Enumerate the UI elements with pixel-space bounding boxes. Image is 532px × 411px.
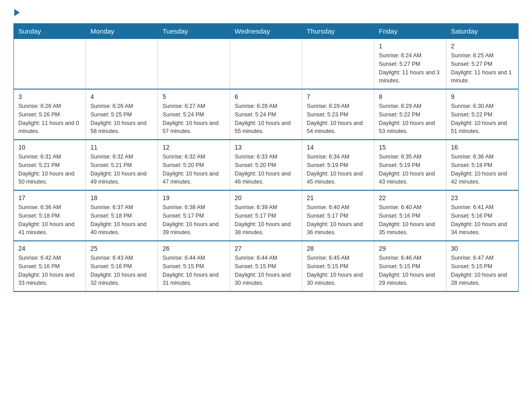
day-info: Sunrise: 6:41 AMSunset: 5:16 PMDaylight:… [451,203,514,237]
calendar-cell [158,39,230,90]
calendar-cell: 22Sunrise: 6:40 AMSunset: 5:16 PMDayligh… [374,190,446,241]
calendar-cell: 16Sunrise: 6:36 AMSunset: 5:18 PMDayligh… [446,140,519,190]
day-info: Sunrise: 6:39 AMSunset: 5:17 PMDaylight:… [235,203,297,237]
calendar-cell: 15Sunrise: 6:35 AMSunset: 5:19 PMDayligh… [374,140,446,190]
day-info: Sunrise: 6:38 AMSunset: 5:17 PMDaylight:… [163,203,225,237]
calendar-cell: 18Sunrise: 6:37 AMSunset: 5:18 PMDayligh… [86,190,158,241]
page-header [13,9,519,14]
day-info: Sunrise: 6:43 AMSunset: 5:16 PMDaylight:… [90,254,153,287]
day-info: Sunrise: 6:27 AMSunset: 5:24 PMDaylight:… [163,102,225,136]
day-number: 2 [451,43,514,50]
header-tuesday: Tuesday [158,24,230,39]
header-monday: Monday [86,24,158,39]
calendar-week-row: 10Sunrise: 6:31 AMSunset: 5:21 PMDayligh… [14,140,519,190]
day-number: 25 [90,245,153,252]
day-info: Sunrise: 6:32 AMSunset: 5:20 PMDaylight:… [163,153,225,186]
logo [13,9,21,14]
day-number: 14 [307,144,369,151]
header-thursday: Thursday [302,24,374,39]
day-number: 9 [451,93,514,100]
calendar-cell: 6Sunrise: 6:28 AMSunset: 5:24 PMDaylight… [230,89,302,140]
day-number: 26 [163,245,225,252]
day-info: Sunrise: 6:36 AMSunset: 5:18 PMDaylight:… [451,153,514,186]
day-number: 27 [235,245,297,252]
calendar-cell [230,39,302,90]
day-info: Sunrise: 6:33 AMSunset: 5:20 PMDaylight:… [235,153,297,186]
day-number: 29 [379,245,442,252]
day-info: Sunrise: 6:40 AMSunset: 5:17 PMDaylight:… [307,203,369,237]
day-number: 22 [379,194,442,201]
calendar-cell: 20Sunrise: 6:39 AMSunset: 5:17 PMDayligh… [230,190,302,241]
calendar-cell: 2Sunrise: 6:25 AMSunset: 5:27 PMDaylight… [446,39,519,90]
calendar-cell: 27Sunrise: 6:44 AMSunset: 5:15 PMDayligh… [230,241,302,291]
day-number: 21 [307,194,369,201]
calendar-week-row: 24Sunrise: 6:42 AMSunset: 5:16 PMDayligh… [14,241,519,291]
day-number: 11 [90,144,153,151]
calendar-cell: 26Sunrise: 6:44 AMSunset: 5:15 PMDayligh… [158,241,230,291]
calendar-cell: 3Sunrise: 6:26 AMSunset: 5:26 PMDaylight… [14,89,86,140]
day-info: Sunrise: 6:35 AMSunset: 5:19 PMDaylight:… [379,153,442,186]
calendar-cell: 13Sunrise: 6:33 AMSunset: 5:20 PMDayligh… [230,140,302,190]
calendar-cell [86,39,158,90]
calendar-cell: 23Sunrise: 6:41 AMSunset: 5:16 PMDayligh… [446,190,519,241]
header-saturday: Saturday [446,24,519,39]
day-number: 16 [451,144,514,151]
day-number: 10 [18,144,81,151]
day-info: Sunrise: 6:37 AMSunset: 5:18 PMDaylight:… [90,203,153,237]
calendar-header-row: SundayMondayTuesdayWednesdayThursdayFrid… [14,24,519,39]
day-info: Sunrise: 6:40 AMSunset: 5:16 PMDaylight:… [379,203,442,237]
day-info: Sunrise: 6:34 AMSunset: 5:19 PMDaylight:… [307,153,369,186]
day-number: 1 [379,43,442,50]
day-info: Sunrise: 6:29 AMSunset: 5:22 PMDaylight:… [379,102,442,136]
day-number: 7 [307,93,369,100]
day-number: 12 [163,144,225,151]
calendar-cell: 1Sunrise: 6:24 AMSunset: 5:27 PMDaylight… [374,39,446,90]
day-info: Sunrise: 6:46 AMSunset: 5:15 PMDaylight:… [379,254,442,287]
calendar-cell: 9Sunrise: 6:30 AMSunset: 5:22 PMDaylight… [446,89,519,140]
day-info: Sunrise: 6:30 AMSunset: 5:22 PMDaylight:… [451,102,514,136]
header-friday: Friday [374,24,446,39]
calendar-cell [14,39,86,90]
calendar-week-row: 3Sunrise: 6:26 AMSunset: 5:26 PMDaylight… [14,89,519,140]
day-number: 19 [163,194,225,201]
day-info: Sunrise: 6:26 AMSunset: 5:25 PMDaylight:… [90,102,153,136]
day-info: Sunrise: 6:36 AMSunset: 5:18 PMDaylight:… [18,203,81,237]
day-info: Sunrise: 6:44 AMSunset: 5:15 PMDaylight:… [235,254,297,287]
calendar-cell: 4Sunrise: 6:26 AMSunset: 5:25 PMDaylight… [86,89,158,140]
day-info: Sunrise: 6:44 AMSunset: 5:15 PMDaylight:… [163,254,225,287]
calendar-cell: 8Sunrise: 6:29 AMSunset: 5:22 PMDaylight… [374,89,446,140]
calendar-week-row: 1Sunrise: 6:24 AMSunset: 5:27 PMDaylight… [14,39,519,90]
day-number: 8 [379,93,442,100]
calendar-cell: 19Sunrise: 6:38 AMSunset: 5:17 PMDayligh… [158,190,230,241]
day-info: Sunrise: 6:25 AMSunset: 5:27 PMDaylight:… [451,51,514,85]
logo-arrow-icon [14,9,20,16]
day-info: Sunrise: 6:45 AMSunset: 5:15 PMDaylight:… [307,254,369,287]
day-info: Sunrise: 6:42 AMSunset: 5:16 PMDaylight:… [18,254,81,287]
day-number: 18 [90,194,153,201]
day-info: Sunrise: 6:26 AMSunset: 5:26 PMDaylight:… [18,102,81,136]
day-number: 23 [451,194,514,201]
calendar-cell: 21Sunrise: 6:40 AMSunset: 5:17 PMDayligh… [302,190,374,241]
calendar-week-row: 17Sunrise: 6:36 AMSunset: 5:18 PMDayligh… [14,190,519,241]
calendar-cell: 11Sunrise: 6:32 AMSunset: 5:21 PMDayligh… [86,140,158,190]
day-info: Sunrise: 6:28 AMSunset: 5:24 PMDaylight:… [235,102,297,136]
day-info: Sunrise: 6:29 AMSunset: 5:23 PMDaylight:… [307,102,369,136]
calendar-cell: 30Sunrise: 6:47 AMSunset: 5:15 PMDayligh… [446,241,519,291]
day-number: 6 [235,93,297,100]
day-number: 15 [379,144,442,151]
calendar-cell: 10Sunrise: 6:31 AMSunset: 5:21 PMDayligh… [14,140,86,190]
calendar-table: SundayMondayTuesdayWednesdayThursdayFrid… [13,23,519,292]
calendar-cell: 28Sunrise: 6:45 AMSunset: 5:15 PMDayligh… [302,241,374,291]
calendar-cell: 12Sunrise: 6:32 AMSunset: 5:20 PMDayligh… [158,140,230,190]
calendar-cell: 17Sunrise: 6:36 AMSunset: 5:18 PMDayligh… [14,190,86,241]
day-info: Sunrise: 6:24 AMSunset: 5:27 PMDaylight:… [379,51,442,85]
day-info: Sunrise: 6:31 AMSunset: 5:21 PMDaylight:… [18,153,81,186]
day-number: 30 [451,245,514,252]
day-number: 24 [18,245,81,252]
day-number: 3 [18,93,81,100]
day-number: 17 [18,194,81,201]
calendar-cell: 7Sunrise: 6:29 AMSunset: 5:23 PMDaylight… [302,89,374,140]
day-number: 20 [235,194,297,201]
header-wednesday: Wednesday [230,24,302,39]
day-info: Sunrise: 6:32 AMSunset: 5:21 PMDaylight:… [90,153,153,186]
